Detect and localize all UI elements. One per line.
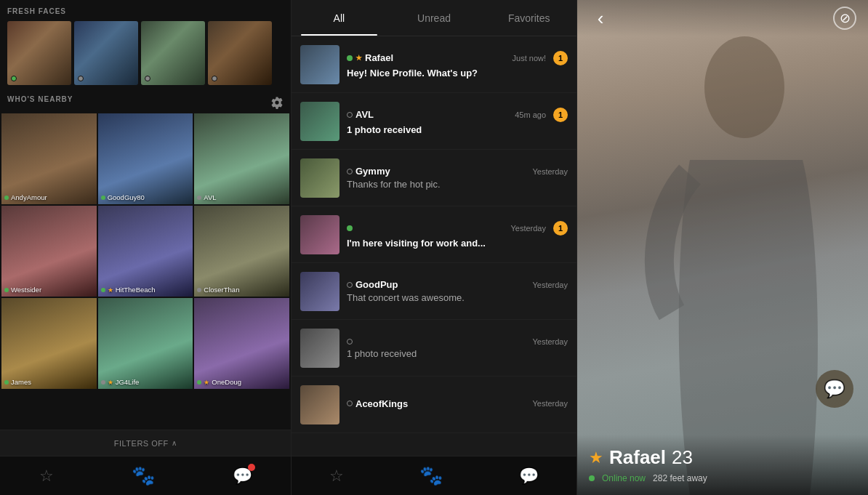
fresh-face-2[interactable] [74,21,138,85]
left-bottom-nav: ☆ 🐾 💬 [0,456,291,495]
msg-time: Yesterday [532,167,568,176]
msg-top-row: AceofKings Yesterday [347,398,568,409]
msg-name: AceofKings [347,398,408,409]
nearby-name: JG4Life [116,378,140,386]
nearby-name: HitTheBeach [116,286,156,294]
message-item-avl[interactable]: AVL 45m ago 1 1 photo received [292,93,576,150]
msg-name [347,339,355,345]
nearby-cell-avl[interactable]: AVL [194,113,289,204]
msg-content-4: Yesterday 1 I'm here visiting for work a… [347,221,568,249]
messages-badge [248,464,255,471]
nav-mid-messages[interactable]: 💬 [519,467,539,486]
online-indicator [101,196,105,200]
msg-time: 45m ago [515,110,546,119]
nav-home[interactable]: 🐾 [132,464,155,487]
tab-unread[interactable]: Unread [387,0,482,36]
msg-name-text: GoodPup [355,279,398,290]
grindr-logo-icon: 🐾 [132,464,155,487]
message-item-6[interactable]: Yesterday 1 photo received [292,320,576,377]
msg-top-row: AVL 45m ago 1 [347,108,568,122]
fresh-faces-section: FRESH FACES [0,0,291,89]
msg-content-rafael: ★ Rafael Just now! 1 Hey! Nice Profile. … [347,51,568,79]
nearby-cell-onedoug[interactable]: ★ OneDoug [194,298,289,389]
middle-panel: All Unread Favorites ★ Rafael Just no [291,0,577,495]
message-item-rafael[interactable]: ★ Rafael Just now! 1 Hey! Nice Profile. … [292,36,576,93]
tabs-row: All Unread Favorites [292,0,576,36]
message-item-gymmy[interactable]: Gymmy Yesterday Thanks for the hot pic. [292,150,576,206]
star-icon: ★ [108,379,113,386]
filters-label: FILTERS OFF [114,439,169,448]
fresh-face-3[interactable] [141,21,205,85]
msg-preview: 1 photo received [347,348,568,359]
nearby-cell-westsider[interactable]: Westsider [1,206,97,297]
msg-top-row: Yesterday 1 [347,221,568,236]
msg-time: Yesterday [532,399,568,408]
star-nav-icon: ☆ [329,467,344,486]
chat-nav-icon: 💬 [519,467,539,486]
nav-messages[interactable]: 💬 [233,467,252,486]
left-panel: FRESH FACES WHO'S NEARBY [0,0,291,495]
nav-mid-favorites[interactable]: ☆ [329,467,344,486]
nearby-cell-hitthebeach[interactable]: ★ HitTheBeach [98,206,193,297]
back-button[interactable]: ‹ [589,7,612,30]
nearby-cell-andyamour[interactable]: AndyAmour [1,113,97,204]
block-button[interactable]: ⊘ [833,7,856,30]
offline-dot [347,112,353,118]
online-indicator [4,380,9,385]
profile-star-icon: ★ [589,448,603,467]
nearby-cell-closerthan[interactable]: CloserThan [194,206,289,297]
message-item-aceofkings[interactable]: AceofKings Yesterday [292,377,576,433]
avatar-rafael [300,45,339,84]
nav-mid-home[interactable]: 🐾 [419,464,443,487]
offline-indicator [197,288,201,292]
nearby-name: AndyAmour [11,193,47,201]
profile-name: Rafael [609,446,666,469]
msg-content-goodpup: GoodPup Yesterday That concert was aweso… [347,279,568,303]
filters-bar[interactable]: FILTERS OFF ∧ [0,430,291,456]
profile-photo [577,0,868,495]
fresh-face-1[interactable] [7,21,71,85]
msg-top-row: GoodPup Yesterday [347,279,568,290]
msg-name [347,225,355,231]
nearby-cell-james[interactable]: James [1,298,97,389]
avatar-avl [300,102,339,141]
nearby-cell-goodguy80[interactable]: GoodGuy80 [98,113,193,204]
back-icon: ‹ [598,7,604,30]
nearby-name: GoodGuy80 [108,193,145,201]
star-nav-icon: ☆ [39,467,54,486]
online-indicator [101,288,105,292]
msg-name: Gymmy [347,166,390,177]
offline-dot-2 [78,76,84,81]
fresh-face-4[interactable] [208,21,272,85]
tab-favorites[interactable]: Favorites [481,0,576,36]
msg-name: ★ Rafael [347,52,393,63]
msg-name-text: Gymmy [355,166,390,177]
online-indicator [4,288,9,292]
offline-dot [347,339,353,345]
msg-top-row: ★ Rafael Just now! 1 [347,51,568,65]
tab-all[interactable]: All [292,0,387,36]
distance-text: 282 feet away [653,473,707,483]
gear-icon[interactable] [270,96,284,109]
msg-content-gymmy: Gymmy Yesterday Thanks for the hot pic. [347,166,568,190]
msg-name-text: AVL [355,109,374,120]
chat-float-button[interactable]: 💬 [816,370,853,408]
message-item-4[interactable]: Yesterday 1 I'm here visiting for work a… [292,206,576,263]
nearby-cell-jg4life[interactable]: ★ JG4Life [98,298,193,389]
profile-figure-svg [577,0,868,495]
msg-time: Yesterday [532,337,568,346]
nav-favorites[interactable]: ☆ [39,467,54,486]
online-dot-1 [11,76,17,81]
avatar-aceofkings [300,385,339,424]
msg-name: AVL [347,109,374,120]
chevron-up-icon: ∧ [172,439,177,447]
msg-preview: Hey! Nice Profile. What's up? [347,68,568,79]
msg-preview: I'm here visiting for work and... [347,238,568,249]
online-status-dot [589,475,595,481]
msg-time: Just now! [513,54,546,63]
message-item-goodpup[interactable]: GoodPup Yesterday That concert was aweso… [292,263,576,320]
msg-name-text: AceofKings [355,398,408,409]
offline-dot-3 [145,76,150,81]
msg-name: GoodPup [347,279,398,290]
who-nearby-title: WHO'S NEARBY [7,95,73,103]
